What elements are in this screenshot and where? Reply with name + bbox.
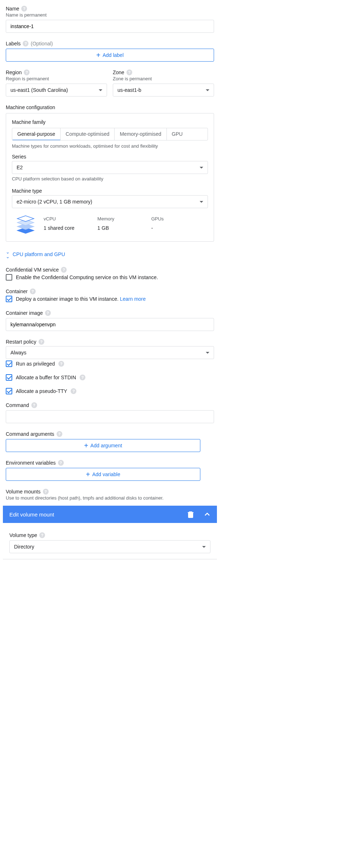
add-argument-button[interactable]: + Add argument [6, 439, 200, 452]
privileged-label: Run as privileged [16, 361, 55, 367]
help-icon[interactable]: ? [80, 375, 85, 380]
chevron-down-icon [206, 89, 209, 91]
privileged-checkbox[interactable] [6, 361, 12, 367]
labels-optional: (Optional) [31, 41, 53, 46]
spec-memory-label: Memory [97, 216, 151, 222]
container-image-input[interactable] [6, 318, 214, 331]
spec-gpus-value: - [151, 225, 205, 231]
help-icon[interactable]: ? [71, 388, 76, 394]
restart-policy-select[interactable]: Always [6, 346, 214, 359]
help-icon[interactable]: ? [30, 288, 36, 294]
container-image-label: Container image [6, 310, 43, 316]
series-hint: CPU platform selection based on availabi… [12, 176, 208, 182]
machine-type-select[interactable]: e2-micro (2 vCPU, 1 GB memory) [12, 195, 208, 208]
name-label: Name [6, 6, 19, 12]
labels-label: Labels [6, 41, 21, 46]
series-label: Series [12, 154, 26, 160]
container-cb-label: Deploy a container image to this VM inst… [16, 296, 146, 302]
add-variable-button[interactable]: + Add variable [6, 468, 200, 481]
env-vars-label: Environment variables [6, 460, 56, 466]
machine-type-label: Machine type [12, 188, 42, 194]
zone-value: us-east1-b [117, 87, 141, 93]
region-value: us-east1 (South Carolina) [10, 87, 68, 93]
spec-vcpu-label: vCPU [44, 216, 97, 222]
tty-checkbox[interactable] [6, 388, 12, 394]
confidential-cb-label: Enable the Confidential Computing servic… [16, 274, 158, 280]
volume-type-value: Directory [14, 544, 34, 550]
chevron-up-icon[interactable] [204, 511, 210, 518]
zone-select[interactable]: us-east1-b [113, 84, 214, 97]
restart-policy-label: Restart policy [6, 339, 36, 345]
plus-icon: + [86, 472, 90, 477]
command-args-label: Command arguments [6, 431, 54, 437]
double-chevron-icon: ⌄⌄ [6, 250, 10, 259]
command-label: Command [6, 402, 29, 408]
spec-gpus-label: GPUs [151, 216, 205, 222]
help-icon[interactable]: ? [21, 6, 27, 12]
tab-gpu[interactable]: GPU [167, 128, 188, 140]
spec-memory-value: 1 GB [97, 225, 151, 231]
name-hint: Name is permanent [6, 12, 214, 18]
command-input[interactable] [6, 410, 214, 423]
name-input[interactable] [6, 20, 214, 33]
chevron-down-icon [99, 89, 102, 91]
chevron-down-icon [200, 167, 203, 169]
confidential-checkbox[interactable] [6, 274, 12, 281]
machine-config-title: Machine configuration [6, 104, 214, 110]
help-icon[interactable]: ? [57, 431, 62, 437]
stdin-label: Allocate a buffer for STDIN [16, 375, 76, 380]
series-select[interactable]: E2 [12, 161, 208, 174]
tab-memory-optimised[interactable]: Memory-optimised [115, 128, 166, 140]
help-icon[interactable]: ? [23, 41, 28, 46]
machine-stack-icon [15, 212, 36, 234]
stdin-checkbox[interactable] [6, 374, 12, 381]
container-cb-text: Deploy a container image to this VM inst… [16, 296, 119, 302]
chevron-down-icon [202, 546, 206, 548]
cpu-gpu-label: CPU platform and GPU [13, 251, 65, 257]
restart-policy-value: Always [10, 350, 26, 355]
edit-volume-title: Edit volume mount [9, 511, 54, 518]
add-argument-text: Add argument [90, 443, 122, 448]
help-icon[interactable]: ? [39, 532, 45, 538]
cpu-gpu-expander[interactable]: ⌄⌄ CPU platform and GPU [6, 250, 214, 259]
region-label: Region [6, 70, 22, 75]
container-learn-more-link[interactable]: Learn more [120, 296, 146, 302]
help-icon[interactable]: ? [31, 402, 37, 408]
volume-type-select[interactable]: Directory [9, 540, 210, 553]
add-variable-text: Add variable [92, 471, 120, 477]
tab-general-purpose[interactable]: General-purpose [12, 128, 61, 140]
help-icon[interactable]: ? [126, 70, 132, 75]
plus-icon: + [84, 443, 88, 448]
region-hint: Region is permanent [6, 76, 107, 81]
volume-mounts-hint: Use to mount directories (host path), tm… [6, 495, 214, 501]
plus-icon: + [96, 53, 101, 58]
help-icon[interactable]: ? [58, 460, 64, 466]
trash-icon[interactable] [187, 511, 194, 518]
series-value: E2 [17, 165, 23, 170]
container-label: Container [6, 288, 28, 294]
region-select[interactable]: us-east1 (South Carolina) [6, 84, 107, 97]
zone-label: Zone [113, 70, 124, 75]
machine-family-tabs: General-purpose Compute-optimised Memory… [12, 128, 208, 140]
zone-hint: Zone is permanent [113, 76, 214, 81]
confidential-label: Confidential VM service [6, 267, 59, 273]
help-icon[interactable]: ? [43, 489, 49, 495]
chevron-down-icon [200, 201, 203, 203]
machine-type-value: e2-micro (2 vCPU, 1 GB memory) [17, 199, 92, 205]
tty-label: Allocate a pseudo-TTY [16, 388, 67, 394]
help-icon[interactable]: ? [58, 361, 64, 367]
chevron-down-icon [206, 352, 209, 354]
help-icon[interactable]: ? [61, 267, 67, 273]
volume-type-label: Volume type [9, 532, 37, 538]
spec-vcpu-value: 1 shared core [44, 225, 97, 231]
add-label-text: Add label [103, 52, 124, 58]
help-icon[interactable]: ? [39, 339, 44, 345]
volume-mounts-label: Volume mounts [6, 489, 41, 495]
tab-compute-optimised[interactable]: Compute-optimised [61, 128, 115, 140]
container-checkbox[interactable] [6, 296, 12, 302]
edit-volume-header: Edit volume mount [3, 506, 217, 523]
machine-family-label: Machine family [12, 119, 208, 125]
help-icon[interactable]: ? [24, 70, 30, 75]
help-icon[interactable]: ? [45, 310, 51, 316]
add-label-button[interactable]: + Add label [6, 49, 214, 62]
